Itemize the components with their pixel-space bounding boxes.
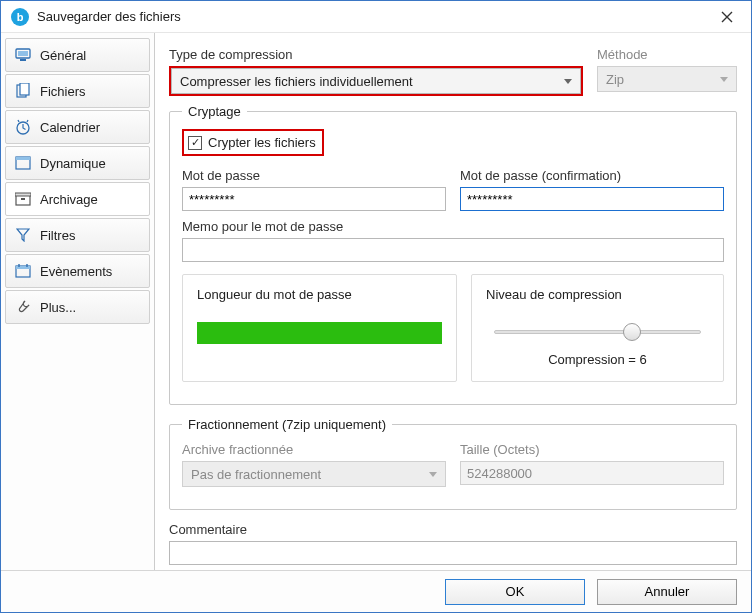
sidebar-item-events[interactable]: Evènements	[5, 254, 150, 288]
svg-rect-1	[18, 51, 28, 56]
password-input[interactable]	[182, 187, 446, 211]
split-archive-label: Archive fractionnée	[182, 442, 446, 457]
sidebar-item-label: Dynamique	[40, 156, 106, 171]
compression-type-label: Type de compression	[169, 47, 583, 62]
password-memo-input[interactable]	[182, 238, 724, 262]
sidebar: Général Fichiers Calendrier Dynamique Ar…	[1, 33, 155, 570]
svg-rect-10	[21, 198, 25, 200]
compression-method-value: Zip	[606, 72, 624, 87]
slider-thumb-icon	[623, 323, 641, 341]
password-strength-bar	[197, 322, 442, 344]
cancel-button[interactable]: Annuler	[597, 579, 737, 605]
svg-rect-4	[20, 83, 29, 95]
sidebar-item-more[interactable]: Plus...	[5, 290, 150, 324]
sidebar-item-general[interactable]: Général	[5, 38, 150, 72]
close-button[interactable]	[713, 5, 741, 29]
archive-icon	[14, 191, 32, 207]
app-icon: b	[11, 8, 29, 26]
content-area: Type de compression Compresser les fichi…	[155, 33, 751, 570]
titlebar: b Sauvegarder des fichiers	[1, 1, 751, 33]
confirm-password-input[interactable]	[460, 187, 724, 211]
sidebar-item-label: Fichiers	[40, 84, 86, 99]
window-icon	[14, 155, 32, 171]
compression-method-select: Zip	[597, 66, 737, 92]
compression-level-box: Niveau de compression Compression = 6	[471, 274, 724, 382]
wrench-icon	[14, 299, 32, 315]
comment-label: Commentaire	[169, 522, 737, 537]
footer: OK Annuler	[1, 570, 751, 612]
monitor-icon	[14, 47, 32, 63]
compression-level-label: Niveau de compression	[486, 287, 709, 302]
split-size-input	[460, 461, 724, 485]
compression-level-slider[interactable]	[494, 322, 701, 342]
split-archive-value: Pas de fractionnement	[191, 467, 321, 482]
sidebar-item-label: Plus...	[40, 300, 76, 315]
split-size-label: Taille (Octets)	[460, 442, 724, 457]
encrypt-files-checkbox[interactable]: ✓ Crypter les fichiers	[184, 131, 322, 154]
svg-rect-9	[15, 193, 31, 196]
sidebar-item-calendar[interactable]: Calendrier	[5, 110, 150, 144]
sidebar-item-label: Général	[40, 48, 86, 63]
compression-level-value: Compression = 6	[486, 352, 709, 367]
encrypt-files-label: Crypter les fichiers	[208, 135, 316, 150]
compression-method-label: Méthode	[597, 47, 737, 62]
encryption-group: Cryptage ✓ Crypter les fichiers Mot de p…	[169, 104, 737, 405]
svg-rect-7	[16, 157, 30, 160]
clock-icon	[14, 119, 32, 135]
password-strength-label: Longueur du mot de passe	[197, 287, 442, 302]
split-legend: Fractionnement (7zip uniquement)	[182, 417, 392, 432]
sidebar-item-label: Calendrier	[40, 120, 100, 135]
checkmark-icon: ✓	[188, 136, 202, 150]
files-icon	[14, 83, 32, 99]
sidebar-item-label: Filtres	[40, 228, 75, 243]
svg-rect-2	[20, 59, 26, 61]
password-memo-label: Memo pour le mot de passe	[182, 219, 724, 234]
svg-rect-12	[16, 266, 30, 269]
password-label: Mot de passe	[182, 168, 446, 183]
sidebar-item-dynamic[interactable]: Dynamique	[5, 146, 150, 180]
ok-button[interactable]: OK	[445, 579, 585, 605]
sidebar-item-archiving[interactable]: Archivage	[5, 182, 150, 216]
filter-icon	[14, 227, 32, 243]
encryption-legend: Cryptage	[182, 104, 247, 119]
split-archive-select: Pas de fractionnement	[182, 461, 446, 487]
sidebar-item-label: Evènements	[40, 264, 112, 279]
sidebar-item-label: Archivage	[40, 192, 98, 207]
compression-type-value: Compresser les fichiers individuellement	[180, 74, 413, 89]
window-title: Sauvegarder des fichiers	[37, 9, 713, 24]
sidebar-item-files[interactable]: Fichiers	[5, 74, 150, 108]
calendar-icon	[14, 263, 32, 279]
compression-type-select[interactable]: Compresser les fichiers individuellement	[171, 68, 581, 94]
confirm-password-label: Mot de passe (confirmation)	[460, 168, 724, 183]
close-icon	[721, 11, 733, 23]
sidebar-item-filters[interactable]: Filtres	[5, 218, 150, 252]
split-group: Fractionnement (7zip uniquement) Archive…	[169, 417, 737, 510]
password-strength-box: Longueur du mot de passe	[182, 274, 457, 382]
comment-input[interactable]	[169, 541, 737, 565]
